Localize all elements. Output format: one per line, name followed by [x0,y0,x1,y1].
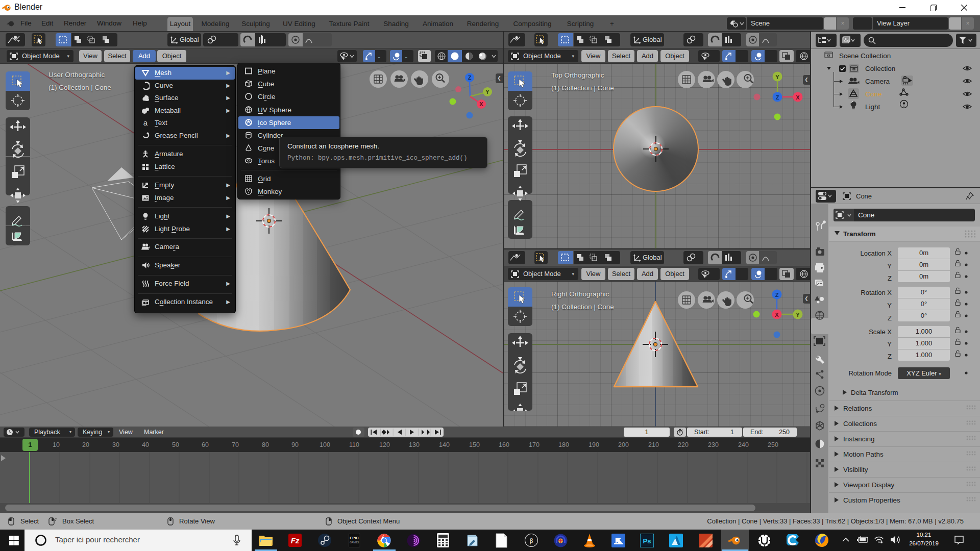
svg-text:Fz: Fz [291,536,300,545]
svg-text:X: X [479,101,483,107]
svg-text:Z: Z [776,94,779,101]
svg-text:EPIC: EPIC [350,536,359,540]
svg-text:Y: Y [775,74,779,80]
svg-text:Z: Z [775,292,779,298]
svg-text:Ps: Ps [643,537,651,545]
svg-text:Light: Light [865,103,880,111]
svg-text:Z: Z [468,74,472,81]
svg-text:Scene Collection: Scene Collection [839,52,891,60]
svg-text:X: X [796,94,800,101]
svg-text:Collection: Collection [865,65,895,72]
svg-text:β: β [530,537,533,544]
svg-text:a: a [143,119,148,127]
svg-text:Camera: Camera [865,78,890,85]
svg-text:X: X [775,312,779,318]
svg-text:Y: Y [485,89,489,95]
svg-text:GAMES: GAMES [350,541,359,544]
svg-text:Cone: Cone [865,90,881,98]
svg-text:Y: Y [796,312,800,318]
